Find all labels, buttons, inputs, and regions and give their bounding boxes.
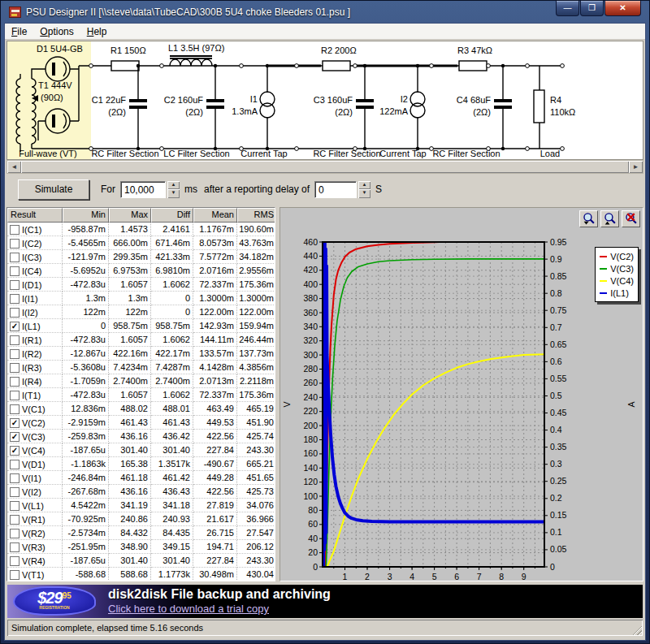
result-value: 301.40 xyxy=(109,554,151,568)
result-name-cell: I(C4) xyxy=(7,264,63,278)
waveform-chart[interactable]: 0204060801001201401601802002202402602803… xyxy=(280,208,643,585)
svg-text:6: 6 xyxy=(454,572,459,581)
result-checkbox[interactable]: ✓ xyxy=(10,446,20,456)
close-button[interactable]: ✕ xyxy=(604,1,641,16)
result-checkbox[interactable] xyxy=(10,239,20,249)
label-c3-1[interactable]: C3 160uF xyxy=(314,95,353,105)
result-name: I(C1) xyxy=(22,225,41,235)
label-t1-1[interactable]: T1 444V xyxy=(38,80,72,90)
inductor-l1[interactable] xyxy=(170,56,212,66)
label-i2-1[interactable]: I2 xyxy=(401,94,408,104)
result-checkbox[interactable] xyxy=(10,280,20,290)
minimize-button[interactable]: — xyxy=(556,1,579,16)
result-checkbox[interactable] xyxy=(10,487,20,497)
duration-input[interactable]: 10,000 xyxy=(120,181,166,198)
label-r4-2[interactable]: 110kΩ xyxy=(550,107,575,117)
label-i1-1[interactable]: I1 xyxy=(250,94,258,104)
result-checkbox[interactable]: ✓ xyxy=(10,432,20,442)
result-checkbox[interactable] xyxy=(10,404,20,414)
result-checkbox[interactable] xyxy=(10,308,20,318)
capacitor-c3[interactable] xyxy=(356,66,374,149)
result-checkbox[interactable] xyxy=(10,570,20,580)
svg-text:8: 8 xyxy=(499,572,504,581)
menu-file[interactable]: File xyxy=(5,24,33,39)
label-c1-1[interactable]: C1 22uF xyxy=(92,95,126,105)
ad-banner[interactable]: $2995 REGISTRATION disk2disk File backup… xyxy=(7,585,643,618)
menu-options[interactable]: Options xyxy=(33,24,80,39)
col-max[interactable]: Max xyxy=(109,208,151,223)
result-checkbox[interactable] xyxy=(10,473,20,483)
current-source-i2[interactable] xyxy=(410,66,425,149)
zoom-out-button[interactable] xyxy=(579,210,598,227)
label-t1-2[interactable]: (90Ω) xyxy=(41,93,63,102)
duration-spinner[interactable]: ▲▼ xyxy=(167,181,180,198)
resistor-r4[interactable] xyxy=(534,66,544,149)
result-name: V(R1) xyxy=(22,515,46,525)
capacitor-c2[interactable] xyxy=(206,66,224,149)
current-source-i1[interactable] xyxy=(260,66,275,149)
label-r4-1[interactable]: R4 xyxy=(550,95,561,105)
delay-input[interactable]: 0 xyxy=(314,181,357,198)
zoom-in-button[interactable] xyxy=(600,210,619,227)
result-checkbox[interactable] xyxy=(10,225,20,235)
label-i1-2[interactable]: 1.3mA xyxy=(232,106,258,116)
label-r1[interactable]: R1 150Ω xyxy=(110,45,146,55)
label-c2-2[interactable]: (2Ω) xyxy=(185,107,203,117)
result-checkbox[interactable] xyxy=(10,335,20,345)
capacitor-c1[interactable] xyxy=(129,66,147,149)
label-c4-1[interactable]: C4 68uF xyxy=(457,95,491,105)
scrollbar-thumb[interactable] xyxy=(21,161,629,173)
resistor-r3[interactable] xyxy=(459,61,487,71)
capacitor-c4[interactable] xyxy=(494,66,512,149)
result-value: 1.3m xyxy=(63,292,109,305)
delay-spinner[interactable]: ▲▼ xyxy=(358,181,370,198)
result-value: 1.1767m xyxy=(193,223,237,236)
result-checkbox[interactable] xyxy=(10,542,20,552)
resize-grip[interactable] xyxy=(631,625,642,635)
result-checkbox[interactable] xyxy=(10,391,20,400)
result-checkbox[interactable] xyxy=(10,556,20,566)
label-l1[interactable]: L1 3.5H (97Ω) xyxy=(168,43,224,53)
schematic-scrollbar[interactable]: ◄ ► xyxy=(6,160,644,174)
result-value: 133.57m xyxy=(193,347,237,361)
scroll-left-button[interactable]: ◄ xyxy=(7,161,21,173)
result-value: 4.3856m xyxy=(237,361,275,374)
result-checkbox[interactable] xyxy=(10,253,20,262)
zoom-reset-button[interactable] xyxy=(622,210,640,227)
menu-help[interactable]: Help xyxy=(80,24,114,39)
col-min[interactable]: Min xyxy=(63,208,109,223)
label-c1-2[interactable]: (2Ω) xyxy=(108,107,126,117)
result-checkbox[interactable] xyxy=(10,460,20,469)
result-name: V(D1) xyxy=(22,460,46,469)
result-checkbox[interactable]: ✓ xyxy=(10,418,20,428)
label-c3-2[interactable]: (2Ω) xyxy=(335,107,353,117)
label-d1[interactable]: D1 5U4-GB xyxy=(37,44,83,54)
result-checkbox[interactable] xyxy=(10,266,20,276)
result-value: -246.84m xyxy=(63,471,109,485)
result-checkbox[interactable] xyxy=(10,515,20,525)
resistor-r1[interactable] xyxy=(111,61,139,71)
result-value: -251.95m xyxy=(63,540,109,554)
result-checkbox[interactable] xyxy=(10,294,20,304)
resistor-r2[interactable] xyxy=(323,61,350,71)
label-c2-1[interactable]: C2 160uF xyxy=(164,95,204,105)
col-result[interactable]: Result xyxy=(7,208,63,223)
banner-download-link[interactable]: Click here to download a trial copy xyxy=(108,603,269,615)
result-checkbox[interactable] xyxy=(10,363,20,373)
col-rms[interactable]: RMS xyxy=(237,208,275,223)
label-c4-2[interactable]: (2Ω) xyxy=(473,107,491,117)
label-r2[interactable]: R2 200Ω xyxy=(321,45,357,55)
maximize-button[interactable]: ❐ xyxy=(580,1,604,16)
simulate-button[interactable]: Simulate xyxy=(18,179,89,200)
result-checkbox[interactable] xyxy=(10,349,20,359)
result-checkbox[interactable] xyxy=(10,377,20,387)
result-checkbox[interactable]: ✓ xyxy=(10,322,20,331)
result-checkbox[interactable] xyxy=(10,501,20,511)
result-checkbox[interactable] xyxy=(10,529,20,538)
col-diff[interactable]: Diff xyxy=(151,208,193,223)
label-r3[interactable]: R3 47kΩ xyxy=(457,45,492,55)
col-mean[interactable]: Mean xyxy=(193,208,237,223)
title-bar[interactable]: PSU Designer II [\\steve\data\TubeCAD\30… xyxy=(4,1,646,23)
scroll-right-button[interactable]: ► xyxy=(629,161,643,173)
label-i2-2[interactable]: 122mA xyxy=(379,106,409,116)
